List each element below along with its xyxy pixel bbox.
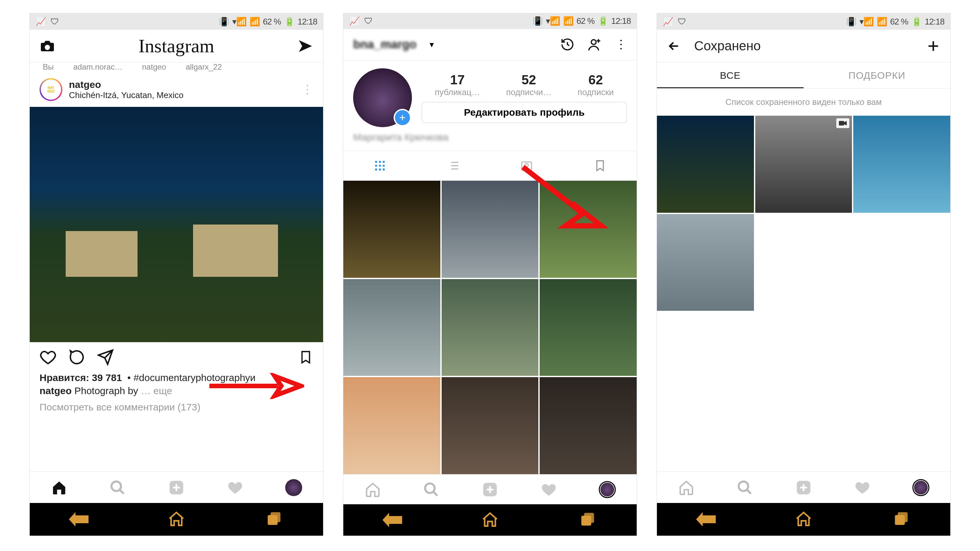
profile-tabs	[343, 151, 637, 181]
add-icon[interactable]	[926, 39, 940, 53]
saved-cell[interactable]	[657, 214, 754, 311]
wifi-icon: 📶	[563, 16, 573, 26]
comment-icon[interactable]	[68, 349, 85, 366]
nav-home[interactable]	[657, 472, 716, 503]
svg-rect-3	[270, 512, 280, 522]
author-avatar[interactable]: NATGEO	[40, 78, 62, 101]
nav-add[interactable]	[461, 475, 519, 504]
tab-grid[interactable]	[343, 151, 417, 180]
perf-icon: 📈	[349, 16, 360, 26]
grid-cell[interactable]	[442, 377, 539, 474]
grid-cell[interactable]	[540, 181, 637, 278]
nav-search[interactable]	[716, 472, 775, 503]
tab-saved[interactable]	[563, 151, 637, 180]
discover-people-icon[interactable]	[588, 37, 602, 52]
posts-count: 17	[435, 73, 480, 87]
post-image[interactable]	[30, 107, 323, 342]
post-username[interactable]: natgeo	[69, 79, 295, 90]
device-back[interactable]	[30, 503, 127, 536]
svg-point-13	[383, 168, 385, 170]
stories-strip[interactable]: Вы adam.norac… natgeo allgarx_22	[30, 62, 323, 72]
edit-profile-button[interactable]: Редактировать профиль	[422, 102, 627, 123]
device-back[interactable]	[657, 503, 755, 536]
story-label[interactable]: natgeo	[142, 62, 166, 72]
grid-cell[interactable]	[343, 181, 440, 278]
instagram-logo: Instagram	[138, 35, 214, 57]
grid-cell[interactable]	[442, 181, 539, 278]
like-icon[interactable]	[40, 349, 57, 366]
tab-list[interactable]	[417, 151, 490, 180]
tab-all[interactable]: ВСЕ	[657, 62, 803, 88]
device-recent[interactable]	[225, 503, 323, 536]
nav-home[interactable]	[30, 472, 89, 503]
svg-point-6	[379, 161, 381, 163]
post-location[interactable]: Chichén-Itzá, Yucatan, Mexico	[69, 90, 295, 100]
stat-posts[interactable]: 17 публикац…	[435, 73, 480, 97]
video-badge-icon	[836, 118, 850, 128]
nav-profile[interactable]	[578, 475, 637, 504]
nav-add[interactable]	[147, 472, 206, 503]
profile-top: 17 публикац… 52 подписчи… 62 подписки Ре…	[343, 61, 637, 131]
camera-icon[interactable]	[40, 38, 55, 54]
signal-icon: ▾📶	[859, 17, 873, 27]
nav-add[interactable]	[774, 472, 833, 503]
grid-cell[interactable]	[540, 377, 637, 474]
nav-home[interactable]	[343, 475, 402, 504]
clock: 12:18	[925, 17, 944, 27]
nav-profile[interactable]	[891, 472, 950, 503]
share-icon[interactable]	[97, 349, 114, 366]
svg-point-0	[112, 481, 121, 491]
likes-label: Нравится: 39 781	[40, 372, 122, 383]
nav-activity[interactable]	[519, 475, 578, 504]
vibrate-icon: 📳	[219, 17, 229, 27]
bookmark-icon[interactable]	[298, 350, 313, 365]
tab-collections[interactable]: ПОДБОРКИ	[803, 62, 950, 88]
signal-icon: ▾📶	[546, 16, 560, 26]
battery-text: 62 %	[890, 17, 908, 27]
nav-search[interactable]	[89, 472, 147, 503]
direct-icon[interactable]	[298, 38, 313, 54]
device-recent[interactable]	[853, 503, 950, 536]
caption-more[interactable]: … еще	[141, 385, 172, 396]
shield-icon: 🛡	[51, 17, 59, 27]
archive-icon[interactable]	[560, 37, 574, 52]
grid-cell[interactable]	[343, 279, 440, 376]
stat-following[interactable]: 62 подписки	[578, 73, 614, 97]
story-label[interactable]: Вы	[43, 62, 54, 72]
nav-activity[interactable]	[206, 472, 265, 503]
nav-activity[interactable]	[833, 472, 892, 503]
svg-point-16	[425, 483, 435, 493]
svg-point-4	[591, 40, 596, 45]
view-comments-link[interactable]: Посмотреть все комментарии (173)	[30, 398, 323, 416]
post-caption[interactable]: natgeo Photograph by … еще	[30, 383, 323, 398]
grid-cell[interactable]	[442, 279, 539, 376]
menu-icon[interactable]: ⋮	[615, 38, 627, 51]
device-back[interactable]	[343, 504, 441, 536]
svg-rect-20	[839, 121, 844, 126]
saved-cell[interactable]	[853, 116, 950, 213]
post-likes[interactable]: Нравится: 39 781 • #documentaryphotograp…	[30, 372, 323, 383]
nav-profile[interactable]	[264, 472, 323, 503]
post-menu-icon[interactable]: ⋮	[302, 83, 313, 96]
tab-tagged[interactable]	[490, 151, 563, 180]
feed-header: Instagram	[30, 30, 323, 62]
hashtag[interactable]: #documentaryphotographyи	[134, 372, 256, 383]
nav-search[interactable]	[402, 475, 461, 504]
story-label[interactable]: allgarx_22	[186, 62, 222, 72]
device-home[interactable]	[127, 503, 225, 536]
stat-followers[interactable]: 52 подписчи…	[506, 73, 551, 97]
device-home[interactable]	[755, 503, 852, 536]
profile-username[interactable]: bna_margo	[353, 38, 417, 51]
grid-cell[interactable]	[540, 279, 637, 376]
followers-label: подписчи…	[506, 87, 551, 97]
story-label[interactable]: adam.norac…	[73, 62, 123, 72]
grid-cell[interactable]	[343, 377, 440, 474]
chevron-down-icon[interactable]: ▾	[430, 40, 434, 50]
profile-avatar[interactable]	[353, 68, 412, 127]
device-home[interactable]	[441, 504, 539, 536]
saved-cell[interactable]	[657, 116, 754, 213]
battery-text: 62 %	[577, 16, 595, 26]
device-recent[interactable]	[539, 504, 637, 536]
back-icon[interactable]	[667, 39, 681, 53]
saved-cell[interactable]	[755, 116, 852, 213]
